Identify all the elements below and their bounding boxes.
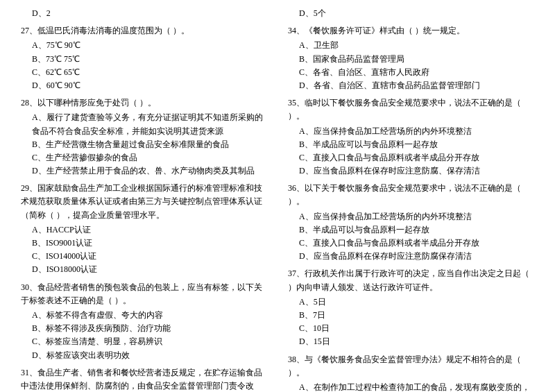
q27-d: D、60℃ 90℃ [21, 79, 267, 92]
q34-text: 34、《餐饮服务许可证》样式由（ ）统一规定。 [288, 24, 534, 37]
d5-text: D、5个 [288, 7, 534, 20]
q37-c: C、10日 [288, 322, 534, 335]
question-27: 27、低温巴氏消毒法消毒的温度范围为（ ）。 A、75℃ 90℃ B、73℃ 7… [21, 24, 267, 92]
q30-d: D、标签应该突出表明功效 [21, 349, 267, 362]
q29-b: B、ISO9001认证 [21, 237, 267, 250]
question-34: 34、《餐饮服务许可证》样式由（ ）统一规定。 A、卫生部 B、国家食品药品监督… [288, 24, 534, 92]
q35-d: D、应当食品原料在保存时应注意防腐、保存清洁 [288, 164, 534, 178]
option-text: D、2 [21, 7, 267, 20]
q36-b: B、半成品可以与食品原料一起存放 [288, 223, 534, 237]
q35-b: B、半成品应可以与食品原料一起存放 [288, 138, 534, 151]
q28-a: A、履行了建货查验等义务，有充分证据证明其不知道所采购的食品不符合食品安全标准，… [21, 111, 267, 137]
q37-text: 37、行政机关作出属于行政许可的决定，应当自作出决定之日起（ ）内向申请人颁发、… [288, 267, 534, 293]
q29-text: 29、国家鼓励食品生产加工企业根据国际通行的标准管理标准和技术规范获取质量体系认… [21, 182, 267, 222]
question-29: 29、国家鼓励食品生产加工企业根据国际通行的标准管理标准和技术规范获取质量体系认… [21, 182, 267, 276]
question-31: 31、食品生产者、销售者和餐饮经营者违反规定，在贮存运输食品中违法使用保鲜剂、防… [21, 366, 267, 392]
question-35: 35、临时以下餐饮服务食品安全规范要求中，说法不正确的是（ ）。 A、应当保持食… [288, 96, 534, 178]
q29-c: C、ISO14000认证 [21, 250, 267, 263]
question-36: 36、以下关于餐饮服务食品安全规范要求中，说法不正确的是（ ）。 A、应当保持食… [288, 182, 534, 263]
q27-b: B、73℃ 75℃ [21, 53, 267, 66]
q36-c: C、直接入口食品与食品原料或者半成品分开存放 [288, 237, 534, 250]
question-30: 30、食品经营者销售的预包装食品的包装上，应当有标签，以下关于标签表述不正确的是… [21, 281, 267, 362]
q35-a: A、应当保持食品加工经营场所的内外环境整洁 [288, 125, 534, 138]
q34-b: B、国家食品药品监督管理局 [288, 53, 534, 66]
question-d5: D、5个 [288, 7, 534, 20]
q30-b: B、标签不得涉及疾病预防、治疗功能 [21, 322, 267, 335]
q37-a: A、5日 [288, 296, 534, 309]
question-28: 28、以下哪种情形应免于处罚（ ）。 A、履行了建货查验等义务，有充分证据证明其… [21, 96, 267, 178]
question-37: 37、行政机关作出属于行政许可的决定，应当自作出决定之日起（ ）内向申请人颁发、… [288, 267, 534, 348]
q29-a: A、HACCP认证 [21, 223, 267, 237]
q34-a: A、卫生部 [288, 39, 534, 52]
q36-d: D、应当食品原料在保存时应注意防腐保存清洁 [288, 250, 534, 263]
q35-text: 35、临时以下餐饮服务食品安全规范要求中，说法不正确的是（ ）。 [288, 96, 534, 123]
q38-a: A、在制作加工过程中检查待加工的食品，发现有腐败变质的，重新加工后使用 [288, 381, 534, 392]
q30-c: C、标签应当清楚、明显，容易辨识 [21, 335, 267, 348]
q34-d: D、各省、自治区、直辖市食品药品监督管理部门 [288, 79, 534, 92]
question-38: 38、与《餐饮服务食品安全监督管理办法》规定不相符合的是（ ）。 A、在制作加工… [288, 353, 534, 393]
q28-b: B、生产经营微生物含量超过食品安全标准限量的食品 [21, 138, 267, 151]
q34-c: C、各省、自治区、直辖市人民政府 [288, 66, 534, 79]
q28-c: C、生产经营掺假掺杂的食品 [21, 151, 267, 164]
left-column: D、2 27、低温巴氏消毒法消毒的温度范围为（ ）。 A、75℃ 90℃ B、7… [21, 7, 267, 392]
q29-d: D、ISO18000认证 [21, 263, 267, 276]
q38-text: 38、与《餐饮服务食品安全监督管理办法》规定不相符合的是（ ）。 [288, 353, 534, 380]
q31-text: 31、食品生产者、销售者和餐饮经营者违反规定，在贮存运输食品中违法使用保鲜剂、防… [21, 366, 267, 392]
q27-a: A、75℃ 90℃ [21, 39, 267, 52]
q27-text: 27、低温巴氏消毒法消毒的温度范围为（ ）。 [21, 24, 267, 37]
q27-c: C、62℃ 65℃ [21, 66, 267, 79]
q28-d: D、生产经营禁止用于食品的农、兽、水产动物肉类及其制品 [21, 164, 267, 178]
q36-a: A、应当保持食品加工经营场所的内外环境整洁 [288, 210, 534, 223]
q30-text: 30、食品经营者销售的预包装食品的包装上，应当有标签，以下关于标签表述不正确的是… [21, 281, 267, 307]
question-d2: D、2 [21, 7, 267, 20]
q35-c: C、直接入口食品与食品原料或者半成品分开存放 [288, 151, 534, 164]
q37-d: D、15日 [288, 335, 534, 348]
main-content: D、2 27、低温巴氏消毒法消毒的温度范围为（ ）。 A、75℃ 90℃ B、7… [21, 7, 534, 392]
q28-text: 28、以下哪种情形应免于处罚（ ）。 [21, 96, 267, 110]
q36-text: 36、以下关于餐饮服务食品安全规范要求中，说法不正确的是（ ）。 [288, 182, 534, 208]
q37-b: B、7日 [288, 309, 534, 322]
q30-a: A、标签不得含有虚假、夸大的内容 [21, 309, 267, 322]
